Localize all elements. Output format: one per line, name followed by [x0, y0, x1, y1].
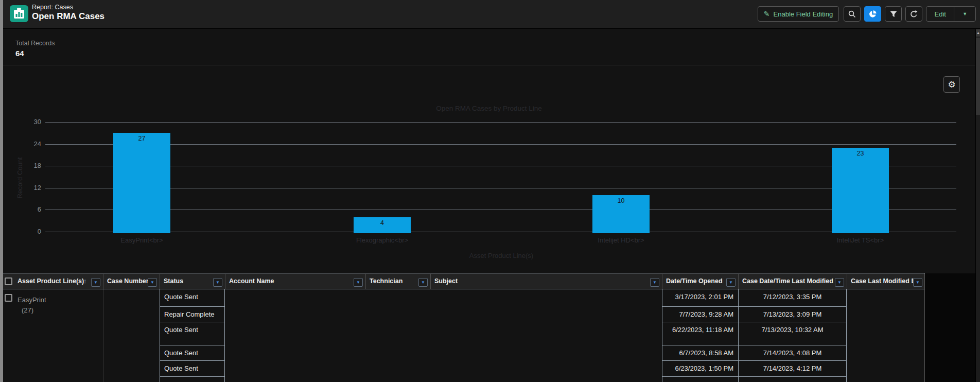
status-cell[interactable]: Quote Sent	[160, 360, 225, 376]
date-modified-cell[interactable]: 7/13/2023, 3:09 PM	[738, 306, 847, 322]
column-menu-button-case-date-time-last-modified[interactable]: ▼	[835, 278, 844, 287]
date-opened-cell[interactable]: 6/23/2023, 1:50 PM	[662, 360, 738, 376]
column-menu-button-technician[interactable]: ▼	[418, 278, 428, 287]
report-table: Asset Product Line(s)↑▼Case Number▼Statu…	[0, 0, 980, 382]
group-label: EasyPrint	[18, 296, 46, 304]
column-separator	[365, 274, 366, 289]
window-left-edge	[0, 0, 3, 382]
column-menu-button-asset-product-line-s[interactable]: ▼	[91, 278, 100, 287]
date-opened-cell[interactable]: 6/22/2023, 11:18 AM	[662, 322, 738, 345]
date-modified-cell[interactable]: 7/13/2023, 10:32 AM	[738, 322, 847, 345]
date-opened-cell[interactable]: 7/7/2023, 9:28 AM	[662, 306, 738, 322]
date-modified-cell[interactable]: 7/13/2023, 6:52 PM	[738, 376, 847, 382]
group-column-separator	[103, 289, 103, 382]
vertical-scrollbar[interactable]: ▲	[975, 29, 980, 382]
date-modified-cell[interactable]: 7/14/2023, 4:12 PM	[738, 360, 847, 376]
report-window: Report: Cases Open RMA Cases ✎ Enable Fi…	[0, 0, 980, 382]
column-header-status[interactable]: Status	[164, 273, 183, 289]
column-separator	[662, 274, 662, 289]
column-separator	[430, 274, 431, 289]
column-separator	[160, 274, 160, 289]
column-header-subject[interactable]: Subject	[434, 273, 458, 289]
status-cell[interactable]: Quote Sent	[160, 376, 225, 382]
column-menu-button-status[interactable]: ▼	[213, 278, 222, 287]
column-menu-button-case-last-modified-by[interactable]: ▼	[913, 278, 922, 287]
column-header-account-name[interactable]: Account Name	[229, 273, 274, 289]
table-right-gutter	[925, 273, 975, 382]
date-opened-cell[interactable]: 3/17/2023, 2:01 PM	[662, 289, 738, 306]
column-separator	[847, 274, 847, 289]
select-all-checkbox[interactable]	[5, 277, 12, 285]
status-cell[interactable]: Quote Sent	[160, 289, 225, 306]
column-separator	[103, 274, 103, 289]
status-cell[interactable]: Quote Sent	[160, 322, 225, 345]
column-header-technician[interactable]: Technician	[370, 273, 402, 289]
scroll-up-icon: ▲	[976, 31, 980, 34]
row-checkbox[interactable]	[5, 294, 12, 302]
date-modified-cell[interactable]: 7/14/2023, 4:08 PM	[738, 345, 847, 360]
scrollbar-thumb[interactable]	[976, 38, 980, 115]
group-count: (27)	[22, 306, 33, 314]
date-modified-cell[interactable]: 7/12/2023, 3:35 PM	[738, 289, 847, 306]
column-menu-button-subject[interactable]: ▼	[650, 278, 659, 287]
status-cell[interactable]: Quote Sent	[160, 345, 225, 360]
column-menu-button-case-number[interactable]: ▼	[148, 278, 157, 287]
status-cell[interactable]: Repair Complete	[160, 306, 225, 322]
column-separator	[738, 274, 739, 289]
table-right-edge	[924, 273, 925, 382]
column-header-date-time-opened[interactable]: Date/Time Opened	[666, 273, 723, 289]
date-opened-cell[interactable]: 6/7/2023, 8:58 AM	[662, 345, 738, 360]
column-menu-button-date-time-opened[interactable]: ▼	[726, 278, 736, 287]
sort-asc-icon: ↑	[83, 273, 87, 289]
column-header-case-number[interactable]: Case Number	[107, 273, 149, 289]
column-header-case-date-time-last-modified[interactable]: Case Date/Time Last Modified	[742, 273, 833, 289]
date-opened-cell[interactable]: 7/10/2023, 4:46 PM	[662, 376, 738, 382]
column-header-case-last-modified-by[interactable]: Case Last Modified By	[851, 273, 919, 289]
scroll-up-button[interactable]: ▲	[976, 29, 980, 37]
column-header-asset-product-line-s[interactable]: Asset Product Line(s)	[18, 273, 84, 289]
column-menu-button-account-name[interactable]: ▼	[354, 278, 363, 287]
column-separator	[225, 274, 225, 289]
